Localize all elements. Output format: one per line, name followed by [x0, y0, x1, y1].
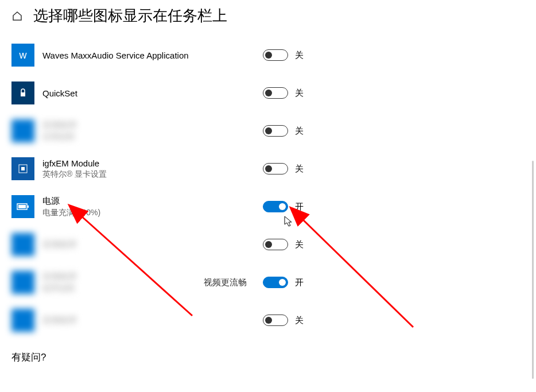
toggle-state-label: 关 [295, 315, 304, 326]
list-item[interactable]: QuickSet 关 [11, 74, 525, 112]
toggle-container: 关 [263, 87, 304, 99]
toggle-container: 关 [263, 125, 304, 137]
app-icon-blurred [11, 309, 34, 332]
overlay-video-text: 视频更流畅 [204, 277, 247, 288]
svg-rect-5 [28, 205, 29, 208]
item-text: QuickSet [42, 88, 255, 98]
item-label: igfxEM Module [42, 158, 255, 168]
item-label: 应用程序 [42, 315, 255, 326]
item-sublabel: 应用说明 [42, 132, 255, 142]
taskbar-icon-list: w Waves MaxxAudio Service Application 关 … [0, 32, 536, 339]
list-item[interactable]: 应用程序 关 [11, 226, 525, 263]
toggle-state-label: 开 [295, 201, 304, 212]
toggle-switch[interactable] [263, 277, 288, 288]
toggle-state-label: 开 [295, 277, 304, 288]
item-text: 电源 电量充满(100%) [42, 196, 255, 218]
scrollbar[interactable] [532, 161, 534, 379]
header: 选择哪些图标显示在任务栏上 [0, 0, 536, 32]
item-label: 应用程序 [42, 239, 255, 250]
app-icon-waves: w [11, 44, 34, 67]
item-sublabel: 英特尔® 显卡设置 [42, 169, 255, 180]
svg-rect-2 [21, 167, 25, 170]
item-label: QuickSet [42, 88, 255, 98]
item-text: igfxEM Module 英特尔® 显卡设置 [42, 158, 255, 180]
toggle-state-label: 关 [295, 164, 304, 174]
item-label: 电源 [42, 196, 255, 207]
svg-rect-4 [18, 205, 26, 208]
item-text-blurred: 应用程序 [42, 315, 255, 326]
toggle-container: 开 [263, 277, 304, 288]
app-icon-blurred [11, 119, 34, 142]
list-item[interactable]: igfxEM Module 英特尔® 显卡设置 关 [11, 150, 525, 188]
list-item[interactable]: 应用程序 程序说明 开 视频更流畅 [11, 263, 525, 301]
toggle-switch[interactable] [263, 49, 288, 61]
page-title: 选择哪些图标显示在任务栏上 [33, 6, 227, 26]
toggle-switch[interactable] [263, 163, 288, 174]
toggle-container: 关 [263, 315, 304, 326]
item-sublabel: 电量充满(100%) [42, 208, 255, 218]
item-text: Waves MaxxAudio Service Application [42, 51, 255, 60]
toggle-state-label: 关 [295, 239, 304, 250]
item-text-blurred: 应用程序 [42, 239, 255, 250]
list-item-power[interactable]: 电源 电量充满(100%) 开 [11, 188, 525, 226]
svg-rect-0 [21, 92, 25, 96]
footer: 有疑问? [0, 339, 536, 364]
list-item[interactable]: 应用程序 关 [11, 301, 525, 339]
item-label: 应用程序 [42, 120, 255, 131]
toggle-switch[interactable] [263, 315, 288, 326]
toggle-container: 开 [263, 201, 304, 212]
toggle-container: 关 [263, 163, 304, 174]
toggle-state-label: 关 [295, 50, 304, 61]
toggle-switch[interactable] [263, 201, 288, 212]
app-icon-blurred [11, 271, 34, 294]
home-icon[interactable] [11, 10, 23, 22]
item-label: Waves MaxxAudio Service Application [42, 51, 255, 60]
app-icon-intel [11, 157, 34, 180]
toggle-switch[interactable] [263, 87, 288, 99]
toggle-switch[interactable] [263, 125, 288, 137]
app-icon-power [11, 195, 34, 218]
app-icon-quickset [11, 81, 34, 104]
toggle-state-label: 关 [295, 88, 304, 99]
item-text-blurred: 应用程序 应用说明 [42, 120, 255, 142]
toggle-container: 关 [263, 49, 304, 61]
list-item[interactable]: 应用程序 应用说明 关 [11, 112, 525, 150]
app-icon-blurred [11, 233, 34, 256]
toggle-container: 关 [263, 239, 304, 250]
toggle-switch[interactable] [263, 239, 288, 250]
toggle-state-label: 关 [295, 126, 304, 137]
list-item[interactable]: w Waves MaxxAudio Service Application 关 [11, 36, 525, 74]
footer-question: 有疑问? [11, 352, 46, 363]
